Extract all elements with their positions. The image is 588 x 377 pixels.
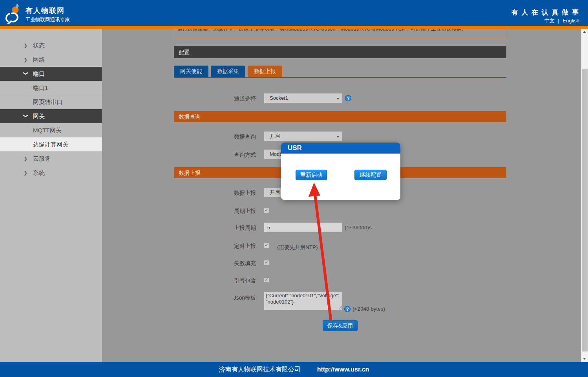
sidebar-item-label: 云服务 [33,152,51,166]
report-period-hint: (1~36000)s [345,225,372,231]
usr-logo-icon [4,5,23,24]
report-label: 数据上报 [197,190,256,197]
report-select-value: 开启 [270,189,280,195]
channel-select[interactable]: Socket1 [264,93,343,103]
footer-url-link[interactable]: http://www.usr.cn [317,366,369,373]
dropdown-arrow-icon [336,93,340,104]
language-switcher: 中文 | English [544,17,579,24]
sidebar-item-port1[interactable]: 端口1 [0,81,102,95]
usr-dialog: USR 重新启动 继续配置 [281,143,400,200]
sidebar-item-status[interactable]: 状态 [0,38,102,53]
timed-report-label: 定时上报 [197,243,256,250]
lang-english-link[interactable]: English [562,18,579,24]
report-period-label: 上报周期 [197,225,256,232]
sidebar-item-cloud[interactable]: 云服务 [0,152,102,166]
orange-accent-line [0,26,588,29]
query-label: 数据查询 [197,134,256,141]
json-template-label: Json模板 [197,295,256,302]
sidebar-item-label: 端口 [33,67,45,81]
sidebar-item-label: 网络 [33,53,45,67]
sidebar-item-mqtt-gateway[interactable]: MQTT网关 [0,123,102,137]
brand-subtitle: 工业物联网通讯专家 [26,16,70,23]
scroll-up-icon[interactable] [581,29,588,35]
page-root: ® 有人物联网 工业物联网通讯专家 有 人 在 认 真 做 事 中文 | Eng… [0,0,588,377]
json-template-textarea[interactable]: {"Current":"node0101","Voltage":"node010… [264,291,343,310]
sidebar-item-label: 边缘计算网关 [33,137,68,152]
chevron-down-icon [24,67,30,81]
tab-data-report[interactable]: 数据上报 [248,66,282,77]
channel-select-value: Socket1 [270,95,288,101]
chevron-right-icon [24,166,30,180]
header-slogan: 有 人 在 认 真 做 事 [511,8,579,17]
vertical-scrollbar[interactable] [581,29,588,362]
sidebar-item-network[interactable]: 网络 [0,53,102,67]
registered-mark: ® [16,4,18,8]
scroll-down-icon[interactable] [581,355,588,362]
dropdown-arrow-icon [336,132,340,142]
chevron-right-icon [24,152,30,166]
report-period-input[interactable] [264,222,343,232]
sidebar-item-label: 系统 [33,166,45,180]
footer-company: 济南有人物联网技术有限公司 [219,366,301,374]
save-apply-button[interactable]: 保存&应用 [323,320,358,331]
restart-button[interactable]: 重新启动 [296,170,327,180]
top-header: ® 有人物联网 工业物联网通讯专家 有 人 在 认 真 做 事 中文 | Eng… [0,0,588,26]
tab-gateway-enable[interactable]: 网关使能 [174,66,208,77]
sidebar-item-label: 网关 [33,109,45,123]
query-select-value: 开启 [270,133,280,139]
channel-help-icon[interactable]: ? [345,95,351,101]
timed-report-hint: (需要先开启NTP) [277,244,318,251]
sidebar-item-label: MQTT网关 [33,123,62,137]
cycle-report-label: 周期上报 [197,208,256,215]
query-mode-label: 查询方式 [197,152,256,159]
continue-config-button[interactable]: 继续配置 [354,170,387,180]
intro-text-box: 通过边缘采集、边缘计算、边缘上报等功能，实现Modbus RTU转Json，Mo… [174,29,506,38]
tab-data-collection[interactable]: 数据采集 [211,66,245,77]
fail-fill-checkbox[interactable] [264,260,269,265]
config-section-bar: 配置 [174,46,506,58]
sidebar-nav: 状态 网络 端口 端口1 网页转串口 网关 MQTT网关 边缘计算网关 云服务 [0,29,102,362]
chevron-right-icon [24,53,30,67]
channel-select-label: 通道选择 [197,95,256,102]
sidebar-item-system[interactable]: 系统 [0,166,102,180]
fail-fill-label: 失败填充 [197,260,256,267]
tab-underline [174,77,506,78]
brand-title: 有人物联网 [26,6,65,15]
quote-include-label: 引号包含 [197,277,256,284]
sidebar-item-label: 网页转串口 [33,95,62,109]
scrollbar-thumb[interactable] [582,69,588,351]
chevron-right-icon [24,38,30,53]
quote-include-checkbox[interactable] [264,277,269,283]
lang-separator: | [558,18,559,24]
dialog-title: USR [281,143,400,154]
query-select[interactable]: 开启 [264,131,343,141]
sidebar-item-label: 状态 [33,38,45,53]
intro-text: 通过边缘采集、边缘计算、边缘上报等功能，实现Modbus RTU转Json，Mo… [174,29,506,33]
sidebar-item-edge-gateway[interactable]: 边缘计算网关 [0,137,102,152]
json-help-icon[interactable]: ? [344,306,351,312]
sidebar-item-gateway[interactable]: 网关 [0,109,102,123]
page-footer: 济南有人物联网技术有限公司 http://www.usr.cn [0,362,588,377]
json-size-hint: (<2048 bytes) [352,306,385,312]
sidebar-item-port[interactable]: 端口 [0,67,102,81]
cycle-report-checkbox[interactable] [264,208,269,213]
query-section-bar: 数据查询 [174,111,506,122]
sidebar-item-web-to-serial[interactable]: 网页转串口 [0,95,102,109]
chevron-down-icon [24,109,30,123]
sidebar-item-label: 端口1 [33,81,48,95]
textarea-resize-grip[interactable] [338,306,342,310]
timed-report-checkbox[interactable] [264,243,269,248]
lang-chinese-link[interactable]: 中文 [544,18,555,24]
